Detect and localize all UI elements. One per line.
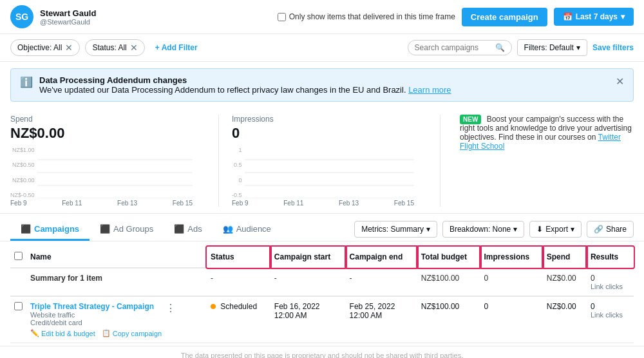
info-banner-content: ℹ️ Data Processing Addendum changes We'v… — [20, 75, 451, 95]
campaign-traffic-type: Website traffic — [30, 311, 162, 319]
export-button[interactable]: ⬇ Export ▾ — [529, 221, 582, 238]
ad-groups-icon: ⬛ — [100, 224, 110, 234]
campaign-payment-type: Credit/debit card — [30, 319, 162, 326]
summary-end: - — [346, 268, 417, 296]
header-left: SG Stewart Gauld @StewartGauld — [10, 5, 96, 28]
tabs-bar: ⬛ Campaigns ⬛ Ad Groups ⬛ Ads 👥 Audience… — [0, 214, 644, 241]
th-campaign-start: Campaign start — [270, 247, 346, 268]
summary-row: Summary for 1 item - - - NZ$100.00 0 NZ$… — [10, 268, 634, 296]
campaign-start-cell: Feb 16, 202212:00 AM — [270, 296, 346, 343]
chevron-down-icon: ▾ — [426, 225, 430, 234]
tab-audience[interactable]: 👥 Audience — [213, 219, 281, 241]
campaigns-icon: ⬛ — [21, 224, 31, 234]
select-all-checkbox[interactable] — [14, 252, 23, 260]
chevron-down-icon: ▾ — [513, 225, 517, 234]
th-spend: Spend — [543, 247, 587, 268]
share-button[interactable]: 🔗 Share — [587, 221, 634, 238]
campaign-budget-cell: NZ$100.00 — [417, 296, 480, 343]
breakdown-button[interactable]: Breakdown: None ▾ — [442, 221, 524, 238]
spend-chart-container: NZ$1.00 NZ$0.50 NZ$0.00 NZ$-0.50 — [10, 147, 193, 198]
banner-close-button[interactable]: ✕ — [616, 75, 624, 88]
spend-chart-dates: Feb 9 Feb 11 Feb 13 Feb 15 — [10, 200, 193, 207]
summary-spend: NZ$0.00 — [543, 268, 587, 296]
impressions-y-labels: 1 0.5 0 -0.5 — [232, 147, 242, 198]
status-filter-pill[interactable]: Status: All ✕ — [85, 39, 144, 56]
user-info: Stewart Gauld @StewartGauld — [40, 8, 96, 26]
impressions-chart-dates: Feb 9 Feb 11 Feb 13 Feb 15 — [232, 200, 414, 207]
search-input[interactable] — [415, 43, 492, 52]
impressions-chart-container: 1 0.5 0 -0.5 — [232, 147, 414, 198]
tab-ads[interactable]: ⬛ Ads — [164, 219, 212, 241]
tab-ad-groups[interactable]: ⬛ Ad Groups — [90, 219, 164, 241]
create-campaign-button[interactable]: Create campaign — [462, 8, 547, 26]
learn-more-link[interactable]: Learn more — [408, 85, 451, 95]
campaign-name-link[interactable]: Triple Threat Strategy - Campaign — [30, 302, 162, 311]
filter-bar: Objective: All ✕ Status: All ✕ + Add Fil… — [0, 34, 644, 62]
impressions-chart-block: Impressions 0 1 0.5 0 -0.5 Feb 9 Feb 11 … — [232, 115, 427, 207]
campaign-status-cell: Scheduled — [207, 296, 270, 343]
campaign-spend-cell: NZ$0.00 — [543, 296, 587, 343]
edit-icon: ✏️ — [30, 329, 39, 337]
tabs-right: Metrics: Summary ▾ Breakdown: None ▾ ⬇ E… — [354, 221, 634, 238]
chevron-down-icon: ▾ — [621, 12, 625, 21]
spend-y-labels: NZ$1.00 NZ$0.50 NZ$0.00 NZ$-0.50 — [10, 147, 35, 198]
ads-icon: ⬛ — [174, 224, 184, 234]
chart-divider — [218, 115, 219, 207]
calendar-icon: 📅 — [563, 12, 573, 21]
header: SG Stewart Gauld @StewartGauld Only show… — [0, 0, 644, 34]
search-area: 🔍 Filters: Default ▾ Save filters — [408, 39, 634, 56]
metrics-button[interactable]: Metrics: Summary ▾ — [354, 221, 437, 238]
th-checkbox — [10, 247, 26, 268]
share-icon: 🔗 — [594, 225, 603, 234]
info-banner: ℹ️ Data Processing Addendum changes We'v… — [10, 68, 634, 102]
campaign-name-cell: Triple Threat Strategy - Campaign Websit… — [26, 296, 207, 343]
header-right: Only show items that delivered in this t… — [278, 8, 634, 26]
campaign-impressions-cell: 0 — [480, 296, 543, 343]
objective-filter-close[interactable]: ✕ — [65, 42, 73, 53]
impressions-chart-title: Impressions — [232, 115, 414, 124]
table-area: Name Status Campaign start Campaign end … — [0, 247, 644, 343]
chevron-down-icon: ▾ — [571, 225, 574, 234]
impressions-chart-value: 0 — [232, 125, 414, 142]
date-range-button[interactable]: 📅 Last 7 days ▾ — [554, 8, 634, 26]
user-name: Stewart Gauld — [40, 8, 96, 18]
campaign-status: Scheduled — [220, 302, 257, 311]
export-icon: ⬇ — [536, 225, 543, 234]
tab-campaigns[interactable]: ⬛ Campaigns — [10, 219, 90, 241]
search-box[interactable]: 🔍 — [408, 40, 512, 55]
chart-divider-2 — [440, 115, 440, 207]
campaign-results-cell: 0 Link clicks — [587, 296, 634, 343]
audience-icon: 👥 — [223, 224, 233, 234]
impressions-chart-svg — [245, 147, 414, 198]
filters-default-button[interactable]: Filters: Default ▾ — [517, 39, 587, 56]
th-impressions: Impressions — [480, 247, 543, 268]
user-handle: @StewartGauld — [40, 18, 96, 26]
deliver-checkbox-label[interactable]: Only show items that delivered in this t… — [278, 12, 455, 21]
copy-campaign-link[interactable]: 📋 Copy campaign — [102, 329, 162, 337]
campaigns-table: Name Status Campaign start Campaign end … — [10, 247, 634, 343]
charts-area: Spend NZ$0.00 NZ$1.00 NZ$0.50 NZ$0.00 NZ… — [0, 108, 644, 214]
row-checkbox[interactable] — [14, 302, 23, 310]
chevron-down-icon: ▾ — [576, 43, 580, 52]
add-filter-button[interactable]: + Add Filter — [150, 41, 203, 55]
row-menu-button[interactable]: ⋮ — [166, 302, 176, 314]
summary-name: Summary for 1 item — [26, 268, 207, 296]
summary-start: - — [270, 268, 346, 296]
summary-status: - — [207, 268, 270, 296]
campaign-actions: ✏️ Edit bid & budget 📋 Copy campaign — [30, 329, 162, 337]
info-icon: ℹ️ — [20, 76, 33, 95]
campaign-end-cell: Feb 25, 202212:00 AM — [346, 296, 417, 343]
spend-chart-value: NZ$0.00 — [10, 125, 193, 142]
tabs-left: ⬛ Campaigns ⬛ Ad Groups ⬛ Ads 👥 Audience — [10, 219, 281, 241]
summary-impressions: 0 — [480, 268, 543, 296]
save-filters-button[interactable]: Save filters — [592, 43, 634, 52]
info-text: Data Processing Addendum changes We've u… — [39, 75, 451, 95]
status-filter-close[interactable]: ✕ — [130, 42, 138, 53]
deliver-checkbox[interactable] — [278, 13, 286, 21]
th-results: Results — [587, 247, 634, 268]
objective-filter-pill[interactable]: Objective: All ✕ — [10, 39, 80, 56]
spend-chart-title: Spend — [10, 115, 193, 124]
th-name: Name — [26, 247, 207, 268]
spend-chart-block: Spend NZ$0.00 NZ$1.00 NZ$0.50 NZ$0.00 NZ… — [10, 115, 205, 207]
edit-bid-budget-link[interactable]: ✏️ Edit bid & budget — [30, 329, 95, 337]
